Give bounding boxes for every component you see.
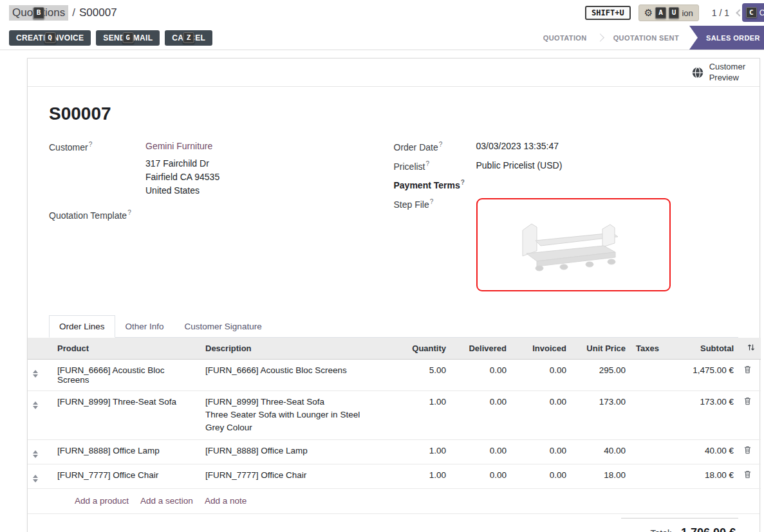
drag-handle-icon[interactable]	[33, 473, 38, 482]
control-bar: CREATE INVOICE Q SEND EMAIL G CANCEL Z Q…	[0, 26, 764, 50]
cell-description[interactable]: [FURN_6666] Acoustic Bloc Screens	[200, 359, 379, 390]
breadcrumb-separator: /	[72, 6, 75, 19]
status-step-quotation-sent[interactable]: QUOTATION SENT	[613, 34, 679, 42]
product-column-header[interactable]: Product	[52, 338, 200, 360]
cancel-button[interactable]: CANCEL Z	[165, 30, 212, 46]
field-column-left: Customer? Gemini Furniture 317 Fairchild…	[49, 141, 394, 296]
quotation-template-label: Quotation Template?	[49, 209, 145, 221]
content-area: Customer Preview S00007 Customer? Gemini…	[0, 50, 764, 532]
step-file-preview[interactable]	[476, 198, 671, 291]
tab-other-info[interactable]: Other Info	[115, 315, 174, 338]
cell-invoiced[interactable]: 0.00	[512, 464, 572, 489]
cell-unit-price[interactable]: 40.00	[572, 440, 631, 464]
quantity-column-header[interactable]: Quantity	[379, 338, 451, 360]
field-order-date: Order Date? 03/03/2023 13:35:47	[394, 141, 739, 152]
cell-delivered[interactable]: 0.00	[451, 390, 512, 439]
cell-invoiced[interactable]: 0.00	[512, 359, 572, 390]
sheet-body: S00007 Customer? Gemini Furniture 317 Fa…	[28, 87, 759, 532]
trash-icon	[744, 446, 751, 454]
table-row[interactable]: [FURN_6666] Acoustic Bloc Screens [FURN_…	[28, 359, 761, 390]
cell-product[interactable]: [FURN_7777] Office Chair	[52, 464, 200, 489]
cell-invoiced[interactable]: 0.00	[512, 390, 572, 439]
customer-preview-link[interactable]: Customer Preview	[691, 62, 745, 83]
invoiced-column-header[interactable]: Invoiced	[512, 338, 572, 360]
field-customer: Customer? Gemini Furniture	[49, 141, 394, 152]
cell-subtotal: 18.00 €	[663, 464, 739, 489]
top-bar: Quotations B / S00007 SHIFT+U ⚙ A U ion …	[0, 0, 764, 26]
customer-label: Customer?	[49, 141, 145, 152]
pricelist-value[interactable]: Public Pricelist (USD)	[476, 160, 563, 172]
cell-delivered[interactable]: 0.00	[451, 359, 512, 390]
tab-customer-signature[interactable]: Customer Signature	[174, 315, 272, 338]
cell-quantity[interactable]: 1.00	[379, 390, 451, 439]
cell-unit-price[interactable]: 173.00	[572, 390, 631, 439]
field-group: Customer? Gemini Furniture 317 Fairchild…	[49, 141, 738, 296]
hint-badge-send-email: G	[122, 32, 133, 44]
delete-line-button[interactable]	[744, 397, 751, 407]
step-file-3d-model-image	[499, 211, 648, 279]
cell-taxes[interactable]	[631, 390, 663, 439]
edge-create-button[interactable]: C Cr	[742, 3, 764, 22]
drag-handle-icon[interactable]	[33, 368, 38, 378]
add-a-note-link[interactable]: Add a note	[205, 496, 247, 506]
drag-handle-icon[interactable]	[33, 399, 38, 409]
cell-product[interactable]: [FURN_8888] Office Lamp	[52, 440, 200, 464]
help-icon: ?	[426, 160, 430, 167]
cell-description[interactable]: [FURN_8999] Three-Seat Sofa Three Seater…	[200, 390, 379, 439]
customer-value-link[interactable]: Gemini Furniture	[145, 141, 212, 152]
page: Quotations B / S00007 SHIFT+U ⚙ A U ion …	[0, 0, 764, 532]
add-a-section-link[interactable]: Add a section	[140, 496, 193, 506]
status-separator-icon	[596, 33, 604, 42]
pager-counter: 1 / 1	[712, 8, 729, 18]
cell-description[interactable]: [FURN_8888] Office Lamp	[200, 440, 379, 464]
cell-quantity[interactable]: 1.00	[379, 464, 451, 489]
cell-subtotal: 40.00 €	[663, 440, 739, 464]
cell-unit-price[interactable]: 18.00	[572, 464, 631, 489]
description-column-header[interactable]: Description	[200, 338, 379, 360]
table-row[interactable]: [FURN_7777] Office Chair [FURN_7777] Off…	[28, 464, 761, 489]
hint-badge-edge: C	[746, 7, 757, 19]
create-invoice-button[interactable]: CREATE INVOICE Q	[9, 30, 91, 46]
cell-quantity[interactable]: 5.00	[379, 359, 451, 390]
tab-order-lines[interactable]: Order Lines	[49, 315, 115, 338]
cell-taxes[interactable]	[631, 359, 663, 390]
cell-delivered[interactable]: 0.00	[451, 440, 512, 464]
customer-preview-label: Customer Preview	[709, 62, 745, 83]
status-step-quotation[interactable]: QUOTATION	[543, 34, 587, 42]
order-date-value[interactable]: 03/03/2023 13:35:47	[476, 141, 559, 152]
cell-product[interactable]: [FURN_8999] Three-Seat Sofa	[52, 390, 200, 439]
optional-columns-button[interactable]	[747, 344, 756, 353]
cell-unit-price[interactable]: 295.00	[572, 359, 631, 390]
status-bar: QUOTATION QUOTATION SENT SALES ORDER	[530, 26, 764, 50]
trash-icon	[744, 397, 751, 405]
cell-invoiced[interactable]: 0.00	[512, 440, 572, 464]
help-icon: ?	[461, 179, 465, 186]
table-row[interactable]: [FURN_8999] Three-Seat Sofa [FURN_8999] …	[28, 390, 761, 439]
sheet-header: Customer Preview	[28, 59, 759, 87]
cell-taxes[interactable]	[631, 464, 663, 489]
send-email-button[interactable]: SEND EMAIL G	[96, 30, 160, 46]
cell-product[interactable]: [FURN_6666] Acoustic Bloc Screens	[52, 359, 200, 390]
handle-column-header	[28, 338, 52, 360]
taxes-column-header[interactable]: Taxes	[631, 338, 663, 360]
cell-description[interactable]: [FURN_7777] Office Chair	[200, 464, 379, 489]
breadcrumb-quotations[interactable]: Quotations B	[9, 5, 68, 21]
drag-handle-icon[interactable]	[33, 448, 38, 458]
action-menu-button[interactable]: ⚙ A U ion	[638, 5, 699, 21]
add-a-product-link[interactable]: Add a product	[75, 496, 129, 506]
total-summary: Total: 1,706.00 €	[621, 518, 738, 532]
delete-line-button[interactable]	[744, 446, 751, 456]
subtotal-column-header[interactable]: Subtotal	[663, 338, 739, 360]
cell-delivered[interactable]: 0.00	[451, 464, 512, 489]
status-step-sales-order[interactable]: SALES ORDER	[689, 26, 764, 50]
breadcrumb-current: S00007	[79, 6, 117, 19]
address-line: 317 Fairchild Dr	[145, 157, 394, 170]
table-row[interactable]: [FURN_8888] Office Lamp [FURN_8888] Offi…	[28, 440, 761, 464]
delivered-column-header[interactable]: Delivered	[451, 338, 512, 360]
cell-taxes[interactable]	[631, 440, 663, 464]
cell-quantity[interactable]: 1.00	[379, 440, 451, 464]
delete-line-button[interactable]	[744, 470, 751, 481]
total-value: 1,706.00 €	[681, 526, 736, 532]
unit-price-column-header[interactable]: Unit Price	[572, 338, 631, 360]
delete-line-button[interactable]	[744, 365, 751, 376]
